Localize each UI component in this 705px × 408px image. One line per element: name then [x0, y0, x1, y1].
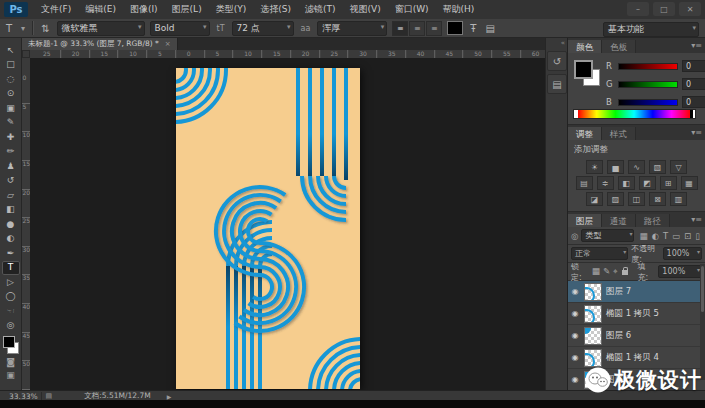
layer-thumbnail[interactable]: [584, 327, 602, 345]
menu-item-9[interactable]: 帮助(H): [436, 0, 482, 19]
fill-select[interactable]: 100%▾: [658, 265, 702, 278]
lock-all-icon[interactable]: [622, 270, 628, 275]
ruler-origin-corner[interactable]: [22, 50, 30, 58]
eyedropper-tool[interactable]: ✎: [2, 116, 20, 130]
ellipse-tool[interactable]: ◯: [2, 290, 20, 304]
clone-stamp-tool[interactable]: ♟: [2, 159, 20, 173]
lock-transparency-icon[interactable]: ▦: [592, 266, 600, 277]
align-center-button[interactable]: ≡: [409, 21, 425, 36]
vibrance-icon[interactable]: ▽: [670, 160, 687, 174]
history-brush-tool[interactable]: ↺: [2, 174, 20, 188]
type-tool[interactable]: T: [2, 261, 20, 275]
path-selection-tool[interactable]: ▷: [2, 275, 20, 289]
blur-tool[interactable]: ●: [2, 217, 20, 231]
anti-alias-select[interactable]: 浑厚▾: [317, 21, 387, 36]
menu-item-5[interactable]: 选择(S): [253, 0, 298, 19]
panel-menu-icon[interactable]: ▾≡: [691, 41, 702, 50]
align-right-button[interactable]: ≡: [426, 21, 442, 36]
font-size-select[interactable]: 72 点▾: [232, 21, 294, 36]
eraser-tool[interactable]: ▱: [2, 188, 20, 202]
color-swatches[interactable]: [2, 336, 20, 354]
crop-tool[interactable]: ▣: [2, 101, 20, 115]
color-swatches[interactable]: [574, 60, 600, 86]
opacity-select[interactable]: 100%▾: [663, 247, 702, 260]
lock-position-icon[interactable]: ⌖: [613, 266, 618, 277]
visibility-eye-icon[interactable]: ◉: [570, 331, 580, 340]
zoom-tool[interactable]: ◎: [2, 319, 20, 333]
adjustment-filter-icon[interactable]: ◐: [651, 231, 658, 241]
panel-menu-icon[interactable]: ▾≡: [691, 128, 702, 137]
type-tool-preset-icon[interactable]: T: [4, 23, 14, 34]
color-spectrum-bar[interactable]: [573, 109, 696, 119]
green-slider[interactable]: [618, 81, 678, 88]
threshold-icon[interactable]: ◫: [628, 192, 645, 206]
close-tab-icon[interactable]: ×: [165, 40, 171, 48]
align-left-button[interactable]: ≡: [392, 21, 408, 36]
canvas-viewport[interactable]: [30, 58, 545, 390]
move-tool[interactable]: ↖: [2, 43, 20, 57]
document-tab[interactable]: 未标题-1 @ 33.3% (图层 7, RGB/8) * ×: [22, 38, 178, 50]
black-white-icon[interactable]: ◧: [618, 176, 635, 190]
preset-arrow-icon[interactable]: ▾: [19, 24, 27, 33]
document-canvas[interactable]: [176, 68, 360, 389]
layers-tab-1[interactable]: 通道: [602, 214, 636, 227]
menu-item-2[interactable]: 图像(I): [123, 0, 165, 19]
channel-mixer-icon[interactable]: ⊞: [660, 176, 677, 190]
layer-name[interactable]: 椭圆 1 拷贝 5: [606, 308, 659, 320]
filter-toggle-icon[interactable]: ▯: [695, 231, 700, 241]
color-balance-icon[interactable]: ≑: [597, 176, 614, 190]
pixel-filter-icon[interactable]: ▦: [639, 231, 647, 241]
layer-row-0[interactable]: ◉图层 7: [568, 281, 705, 303]
toggle-panels-icon[interactable]: ▤: [483, 23, 496, 34]
minimize-button[interactable]: –: [627, 2, 649, 16]
hand-tool[interactable]: ☜: [2, 304, 20, 318]
layers-scrollbar[interactable]: [700, 264, 705, 380]
color-tab-0[interactable]: 颜色: [568, 40, 602, 53]
close-button[interactable]: ✕: [679, 2, 701, 16]
adjustments-tab-1[interactable]: 样式: [602, 127, 636, 140]
font-style-select[interactable]: Bold▾: [150, 21, 210, 36]
foreground-color-swatch[interactable]: [574, 60, 593, 79]
red-value[interactable]: 0: [682, 60, 705, 72]
layers-tab-0[interactable]: 图层: [568, 214, 602, 227]
layer-row-1[interactable]: ◉椭圆 1 拷贝 5: [568, 303, 705, 325]
dodge-tool[interactable]: ◐: [2, 232, 20, 246]
type-filter-icon[interactable]: T: [663, 231, 668, 241]
layer-thumbnail[interactable]: [584, 349, 602, 367]
brightness-contrast-icon[interactable]: ☀: [586, 160, 603, 174]
red-slider[interactable]: [618, 63, 678, 70]
curves-icon[interactable]: ∿: [628, 160, 645, 174]
gradient-map-icon[interactable]: ▥: [670, 192, 687, 206]
warp-text-icon[interactable]: Ŧ: [468, 23, 478, 34]
quick-mask-icon[interactable]: ◙: [6, 357, 15, 367]
layer-name[interactable]: 图层 7: [606, 286, 631, 298]
pen-tool[interactable]: ✒: [2, 246, 20, 260]
maximize-button[interactable]: □: [653, 2, 675, 16]
panel-menu-icon[interactable]: ▾≡: [691, 215, 702, 224]
layer-name[interactable]: 图层 6: [606, 330, 631, 342]
menu-item-1[interactable]: 编辑(E): [78, 0, 123, 19]
invert-icon[interactable]: ◪: [586, 192, 603, 206]
levels-icon[interactable]: ▅: [607, 160, 624, 174]
visibility-eye-icon[interactable]: ◉: [570, 353, 580, 362]
layer-name[interactable]: 椭圆 1 拷贝 4: [606, 352, 659, 364]
healing-brush-tool[interactable]: ✚: [2, 130, 20, 144]
layer-thumbnail[interactable]: [584, 283, 602, 301]
color-lookup-icon[interactable]: ▦: [681, 176, 698, 190]
status-options-arrow[interactable]: ▶: [167, 393, 172, 400]
menu-item-3[interactable]: 图层(L): [165, 0, 209, 19]
hue-saturation-icon[interactable]: ▤: [576, 176, 593, 190]
menu-item-0[interactable]: 文件(F): [34, 0, 78, 19]
menu-item-8[interactable]: 窗口(W): [388, 0, 436, 19]
adjustments-tab-0[interactable]: 调整: [568, 127, 602, 140]
screen-mode-icon[interactable]: ▣: [6, 370, 15, 380]
marquee-tool[interactable]: □: [2, 58, 20, 72]
blue-value[interactable]: 0: [682, 96, 705, 108]
brush-tool[interactable]: ✏: [2, 145, 20, 159]
menu-item-7[interactable]: 视图(V): [342, 0, 387, 19]
smart-object-filter-icon[interactable]: ⊡: [684, 231, 691, 241]
lock-pixels-icon[interactable]: ✎: [603, 266, 610, 277]
properties-panel-icon[interactable]: ▤: [547, 74, 567, 94]
blend-mode-select[interactable]: 正常▾: [571, 247, 628, 260]
font-family-select[interactable]: 微软雅黑▾: [57, 21, 145, 36]
